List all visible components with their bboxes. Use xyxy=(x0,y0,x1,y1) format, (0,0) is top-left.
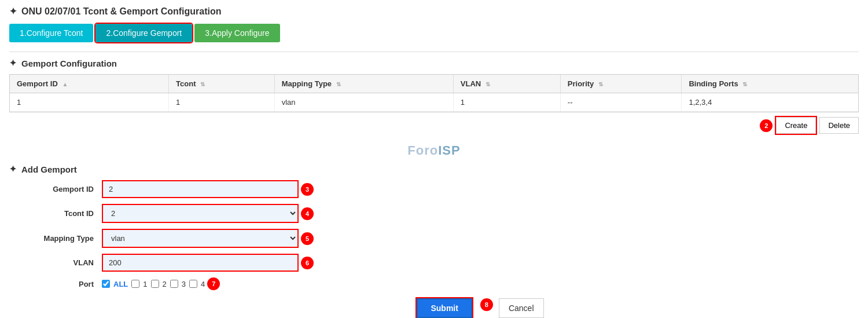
cell-vlan: 1 xyxy=(453,93,560,112)
checkbox-port-2[interactable] xyxy=(151,280,159,288)
add-section-icon: ✦ xyxy=(9,164,17,174)
col-gemport-id: Gemport ID ▲ xyxy=(10,75,169,93)
watermark-isp: ISP xyxy=(438,143,460,158)
label-gemport-id: Gemport ID xyxy=(9,185,102,193)
cell-tcont: 1 xyxy=(169,93,275,112)
create-button[interactable]: Create xyxy=(776,117,816,134)
form-row-vlan: VLAN 6 xyxy=(9,254,859,272)
gemport-table: Gemport ID ▲ Tcont ⇅ Mapping Type ⇅ VLAN… xyxy=(10,75,858,112)
form-row-gemport-id: Gemport ID 3 xyxy=(9,180,859,198)
label-port-4: 4 xyxy=(201,280,205,288)
label-vlan: VLAN xyxy=(9,258,102,267)
table-actions: 2 Create Delete xyxy=(9,117,859,134)
badge-6: 6 xyxy=(301,257,314,269)
tab-apply-configure[interactable]: 3.Apply Configure xyxy=(194,24,279,42)
delete-button[interactable]: Delete xyxy=(819,117,859,134)
table-row: 1 1 vlan 1 -- 1,2,3,4 xyxy=(10,93,858,112)
sort-icon-gemport-id: ▲ xyxy=(62,81,68,87)
badge-8: 8 xyxy=(480,298,493,311)
checkbox-all[interactable] xyxy=(102,280,110,288)
cell-gemport-id: 1 xyxy=(10,93,169,112)
submit-button[interactable]: Submit xyxy=(417,298,472,318)
sort-icon-binding: ⇅ xyxy=(742,81,747,87)
col-priority: Priority ⇅ xyxy=(560,75,682,93)
badge-5: 5 xyxy=(301,232,314,245)
label-port-3: 3 xyxy=(182,280,186,288)
sort-icon-vlan: ⇅ xyxy=(486,81,490,87)
checkbox-port-1[interactable] xyxy=(131,280,139,288)
col-mapping-type: Mapping Type ⇅ xyxy=(274,75,453,93)
badge-3: 3 xyxy=(301,183,314,196)
page-title: ✦ ONU 02/07/01 Tcont & Gemport Configura… xyxy=(9,6,859,17)
gemport-section-icon: ✦ xyxy=(9,58,17,68)
cell-mapping-type: vlan xyxy=(274,93,453,112)
input-gemport-id[interactable] xyxy=(102,180,299,198)
gemport-section-title: ✦ Gemport Configuration xyxy=(9,58,859,68)
label-mapping-type: Mapping Type xyxy=(9,234,102,243)
port-checkboxes: ALL 1 2 3 4 xyxy=(102,280,205,288)
cell-priority: -- xyxy=(560,93,682,112)
col-tcont: Tcont ⇅ xyxy=(169,75,275,93)
label-port-1: 1 xyxy=(143,280,147,288)
sort-icon-mapping: ⇅ xyxy=(336,81,341,87)
checkbox-port-4[interactable] xyxy=(189,280,197,288)
badge-7: 7 xyxy=(207,277,220,290)
label-port: Port xyxy=(9,280,102,288)
checkbox-port-3[interactable] xyxy=(170,280,178,288)
watermark-foro: Foro xyxy=(407,143,438,158)
label-port-2: 2 xyxy=(163,280,167,288)
watermark: ForoISP xyxy=(9,143,859,158)
badge-2: 2 xyxy=(760,119,773,132)
form-row-tcont-id: Tcont ID 1 2 3 4 xyxy=(9,204,859,223)
page-title-icon: ✦ xyxy=(9,6,17,17)
form-actions: Submit 8 Cancel xyxy=(102,298,859,318)
select-mapping-type[interactable]: vlan priority untagged xyxy=(102,229,299,248)
gemport-table-wrapper: Gemport ID ▲ Tcont ⇅ Mapping Type ⇅ VLAN… xyxy=(9,74,859,112)
sort-icon-tcont: ⇅ xyxy=(200,81,205,87)
badge-4: 4 xyxy=(301,207,314,220)
sort-icon-priority: ⇅ xyxy=(598,81,603,87)
select-tcont-id[interactable]: 1 2 3 xyxy=(102,204,299,223)
label-tcont-id: Tcont ID xyxy=(9,209,102,218)
form-row-mapping-type: Mapping Type vlan priority untagged 5 xyxy=(9,229,859,248)
tab-configure-tcont[interactable]: 1.Configure Tcont xyxy=(9,24,93,42)
cell-binding-ports: 1,2,3,4 xyxy=(682,93,858,112)
tab-configure-gemport[interactable]: 2.Configure Gemport xyxy=(95,24,192,42)
cancel-button[interactable]: Cancel xyxy=(499,298,544,318)
col-vlan: VLAN ⇅ xyxy=(453,75,560,93)
col-binding-ports: Binding Ports ⇅ xyxy=(682,75,858,93)
add-section-title: ✦ Add Gemport xyxy=(9,164,859,174)
divider-1 xyxy=(9,52,859,52)
tab-bar: 1.Configure Tcont 2.Configure Gemport 3.… xyxy=(9,24,859,42)
input-vlan[interactable] xyxy=(102,254,299,272)
label-port-all: ALL xyxy=(113,280,128,288)
form-row-port: Port ALL 1 2 3 4 7 xyxy=(9,277,859,290)
add-gemport-section: ✦ Add Gemport Gemport ID 3 Tcont ID 1 2 … xyxy=(9,164,859,318)
